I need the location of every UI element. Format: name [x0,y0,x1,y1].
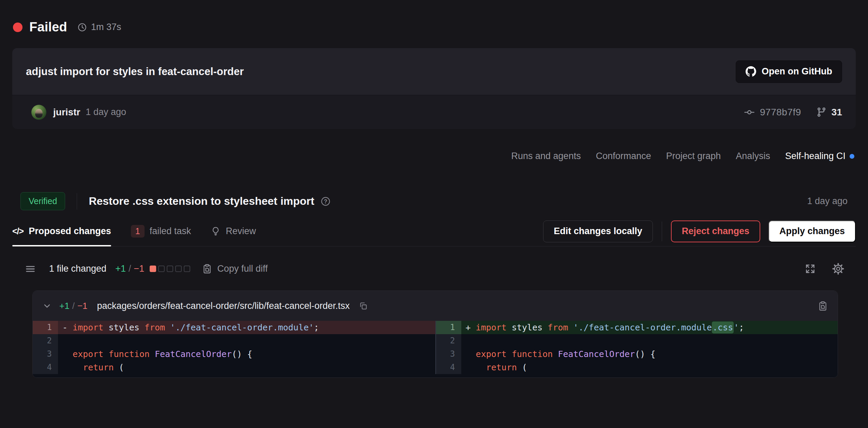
lightbulb-icon [211,226,221,236]
code-line: return ( [461,361,838,374]
nav-analysis[interactable]: Analysis [736,151,770,161]
fix-tabs-row: </> Proposed changes 1 failed task Revie… [12,216,856,246]
code-line: export function FeatCancelOrder() { [58,347,435,361]
diff-line: 1-import styles from './feat-cancel-orde… [33,321,435,334]
file-delta: +1 / −1 [59,301,88,311]
code-icon: </> [12,226,24,236]
deletions-count: −1 [134,263,144,274]
file-list-menu-icon[interactable] [25,263,36,275]
commit-card: adjust import for styles in feat-cancel-… [12,48,856,129]
duration: 1m 37s [91,22,121,32]
diff-pane-new: 1+import styles from './feat-cancel-orde… [435,321,838,374]
workspace-nav: Runs and agents Conformance Project grap… [14,151,854,161]
line-number: 3 [436,347,461,361]
svg-text:?: ? [324,198,327,204]
edit-changes-locally-button[interactable]: Edit changes locally [543,220,653,242]
tab-review[interactable]: Review [211,216,256,246]
fix-title: Restore .css extension to stylesheet imp… [89,195,314,208]
nav-self-healing-ci-label: Self-healing CI [785,151,845,161]
code-line: return ( [58,361,435,374]
file-additions: +1 [59,301,70,311]
clipboard-icon [202,263,212,274]
code-line [58,334,435,347]
line-number: 2 [436,334,461,347]
apply-changes-button[interactable]: Apply changes [768,220,856,242]
tab-failed-task-label: failed task [150,226,191,237]
nav-runs-and-agents[interactable]: Runs and agents [511,151,581,161]
failed-task-count-badge: 1 [131,225,145,238]
notification-dot [850,154,854,159]
tab-proposed-changes-label: Proposed changes [29,226,111,237]
diff-pane-old: 1-import styles from './feat-cancel-orde… [33,321,435,374]
diff-line: 4 return ( [33,361,435,374]
expand-icon[interactable] [805,263,816,274]
github-button-label: Open on GitHub [762,66,832,77]
settings-gear-icon[interactable] [832,263,844,275]
code-line [461,334,838,347]
diff-line: 1+import styles from './feat-cancel-orde… [436,321,838,334]
diff-line: 4 return ( [436,361,838,374]
diff-ratio-blocks [150,266,190,272]
copy-full-diff-label: Copy full diff [217,263,268,274]
commit-icon [744,106,755,118]
nav-self-healing-ci[interactable]: Self-healing CI [785,151,854,161]
branch-count: 31 [832,107,842,118]
branch-count-item[interactable]: 31 [816,107,842,118]
nav-project-graph[interactable]: Project graph [666,151,721,161]
code-line: +import styles from './feat-cancel-order… [461,321,838,334]
diff-delta: +1 / −1 [115,263,144,274]
help-icon[interactable]: ? [320,196,331,206]
commit-title: adjust import for styles in feat-cancel-… [26,66,244,78]
diff-block [158,266,165,272]
status-label: Failed [29,20,67,34]
diff-file-header[interactable]: +1 / −1 packages/orders/feat-cancel-orde… [33,291,838,321]
reject-changes-button[interactable]: Reject changes [671,220,760,242]
author-name: juristr [53,107,80,118]
file-path: packages/orders/feat-cancel-order/src/li… [97,301,350,311]
avatar[interactable] [31,105,46,120]
fix-actions: Edit changes locally Reject changes Appl… [543,220,856,242]
clock-icon [77,23,87,32]
additions-count: +1 [115,263,126,274]
copy-file-diff-icon[interactable] [818,301,828,311]
tab-failed-task[interactable]: 1 failed task [131,216,191,246]
code-line: export function FeatCancelOrder() { [461,347,838,361]
tab-proposed-changes[interactable]: </> Proposed changes [12,216,111,246]
tab-review-label: Review [226,226,256,237]
file-deletions: −1 [77,301,88,311]
diff-block [175,266,182,272]
diff-line: 2 [33,334,435,347]
diff-line: 3export function FeatCancelOrder() { [33,347,435,361]
nav-conformance[interactable]: Conformance [596,151,651,161]
line-number: 2 [33,334,58,347]
delta-separator: / [129,263,131,274]
divider [662,222,662,241]
line-number: 4 [436,361,461,374]
fix-time: 1 day ago [807,196,848,206]
commit-sha-item[interactable]: 9778b7f9 [744,106,801,118]
diff-toolbar: 1 file changed +1 / −1 [12,263,856,275]
diff-file-card: +1 / −1 packages/orders/feat-cancel-orde… [32,290,838,378]
diff-line: 2 [436,334,838,347]
diff-split-view: 1-import styles from './feat-cancel-orde… [33,321,838,377]
self-healing-panel: Verified Restore .css extension to style… [0,192,868,378]
files-changed-label: 1 file changed [49,263,106,274]
commit-card-meta: juristr 1 day ago 9778b7f9 [12,95,856,129]
divider [77,193,77,210]
page: Failed 1m 37s adjust import for styles i… [0,0,868,428]
status-row: Failed 1m 37s [0,0,868,34]
diff-block [184,266,190,272]
diff-block [167,266,173,272]
line-number: 3 [33,347,58,361]
verified-badge: Verified [20,192,65,210]
copy-full-diff-button[interactable]: Copy full diff [202,263,268,274]
open-on-github-button[interactable]: Open on GitHub [736,60,842,83]
diff-block-filled [150,266,156,272]
copy-path-icon[interactable] [359,301,368,311]
failed-status-icon [13,23,23,32]
chevron-down-icon[interactable] [42,301,52,311]
code-line: -import styles from './feat-cancel-order… [58,321,435,334]
commit-time: 1 day ago [86,107,126,117]
diff-line: 3export function FeatCancelOrder() { [436,347,838,361]
github-icon [746,66,756,77]
